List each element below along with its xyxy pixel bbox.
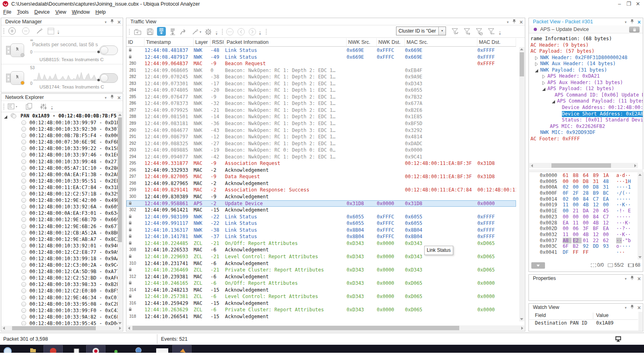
hex-row[interactable]: 0x001E0021DA2045·!· E	[530, 208, 643, 214]
packet-row-318[interactable]: 31812:44:10.266541MAC-15Acknowledgement	[126, 313, 516, 320]
restore-button[interactable]: ❐	[626, 1, 632, 7]
decode-line[interactable]: APS MIC: 0x22626FB2	[530, 123, 643, 130]
clear-icon[interactable]	[191, 27, 200, 36]
network-node[interactable]: 00:12:4B:00:12:C2:52:BD - 0xAF68 -	[1, 275, 118, 281]
packet-row-291[interactable]: 29112:44:09.086797NWK-12Beacon: NwkOpen:…	[126, 134, 516, 140]
network-pan-root[interactable]: PAN 0x1A89 - 00:12:4B:00:0B:7B:F5:F4	[1, 113, 118, 119]
taskbar-app-6[interactable]	[156, 348, 168, 353]
packet-row-284[interactable]: 28412:44:09.074805NWK-20Beacon: NwkOpen:…	[126, 87, 516, 94]
packet-row-294[interactable]: 29412:44:09.094077NWK-42Beacon: NwkOpen:…	[126, 154, 516, 160]
filter-settings-icon[interactable]	[39, 102, 48, 111]
network-node[interactable]: 00:12:4B:00:12:C3:00:2A - 0x9C41 -	[1, 262, 118, 268]
column-header-mac-src-[interactable]: MAC Src.	[405, 38, 477, 46]
menu-help[interactable]: Help	[95, 9, 106, 15]
pin-icon[interactable]	[110, 95, 114, 101]
network-node[interactable]: 00:12:4B:00:10:33:99:18 - 0x9AAD -	[1, 255, 118, 262]
packet-row-298[interactable]: 29812:44:09.827965MAC-2Acknowledgement	[126, 180, 516, 187]
comment-next-icon[interactable]	[248, 27, 257, 36]
close-window-button[interactable]: ✕	[635, 1, 641, 7]
decode-line[interactable]: Status: [0x01] Standard Devi	[530, 117, 643, 123]
packet-row-289[interactable]: 28912:44:09.083181NWK-36Beacon: NwkOpen:…	[126, 120, 516, 127]
network-node[interactable]: 00:12:4B:00:10:33:98:33 - 0xB2E6	[1, 281, 118, 288]
network-node[interactable]: 00:12:4B:00:10:33:95:08 - 0xC2E0	[1, 301, 118, 307]
comment-prev-icon[interactable]	[237, 27, 246, 36]
network-node[interactable]: 00:12:4B:00:10:33:99:F0 - 0xC421 -	[1, 307, 118, 314]
packet-row-287[interactable]: 28712:44:09.079925NWK-21Beacon: NwkOpen:…	[126, 107, 516, 114]
decode-line[interactable]: Device Short Address: 0xE2A8	[530, 111, 643, 117]
panel-menu-icon[interactable]: ▾	[507, 20, 509, 25]
autoscroll-icon[interactable]	[157, 27, 166, 36]
decode-line[interactable]: NWK Header: 0x2F0F31D800000248	[530, 55, 643, 61]
packet-row-311[interactable]: 31112:44:10.236469ZCL-21Private Cluster:…	[126, 267, 516, 274]
network-node[interactable]: 00:12:4B:00:0B:7B:F5:F4 - 0x0000 -	[1, 132, 118, 139]
pin-icon[interactable]	[630, 304, 634, 311]
network-node[interactable]: 00:12:4B:00:11:EA:C7:84 - 0x31D8 -	[1, 184, 118, 191]
menu-file[interactable]: File	[3, 9, 11, 15]
packet-row-283[interactable]: 28312:44:09.073301NWK-17Beacon: NwkOpen:…	[126, 80, 516, 87]
packet-row-285[interactable]: 28512:44:09.076477NWK-9Beacon: NwkOpen: …	[126, 94, 516, 101]
taskbar-app-5[interactable]	[135, 347, 142, 353]
network-node[interactable]: 00:12:4B:00:0A:EA:F1:3B - 0x2AF4 -	[1, 171, 118, 178]
hex-row[interactable]: 0x001911004B1200··K··	[530, 202, 643, 208]
network-node[interactable]: 00:12:4B:00:10:33:95:51 - 0x2EE6 -	[1, 178, 118, 184]
network-node[interactable]: 00:12:4B:00:05:A7:1C:10 - 0x2863 -	[1, 165, 118, 171]
packet-row-295[interactable]: 29512:44:09.331877MAC-9Association Reque…	[126, 160, 516, 167]
pin-icon[interactable]	[512, 19, 516, 25]
filter-apply-icon[interactable]	[451, 27, 460, 36]
packet-row-281[interactable]: 28112:44:09.068605NWK0Beacon: NwkOpen: R…	[126, 67, 516, 74]
clear-dropdown-icon[interactable]: ▾	[200, 30, 201, 33]
minimize-button[interactable]: –	[617, 1, 622, 7]
network-node[interactable]: 00:12:4B:00:10:33:95:45 - 0xD042	[1, 320, 118, 325]
hex-row[interactable]: 0x003211004B1200··K··	[530, 232, 643, 238]
network-node[interactable]: 00:12:4B:00:07:30:6E:9E - 0xF6B3 -	[1, 139, 118, 145]
hex-vscrollbar[interactable]	[638, 173, 642, 259]
comment-icon[interactable]	[225, 27, 234, 36]
network-vscrollbar[interactable]	[118, 113, 122, 325]
close-icon[interactable]: ×	[638, 276, 641, 282]
hex-options-button[interactable]	[531, 262, 545, 269]
traffic-hscrollbar[interactable]	[127, 325, 524, 331]
filter-add-icon[interactable]	[463, 27, 472, 36]
menu-device[interactable]: Device	[34, 9, 50, 15]
network-hscrollbar[interactable]	[2, 326, 122, 331]
network-node[interactable]: 00:12:4B:00:10:33:9A:82 - 0xC6FD -	[1, 314, 118, 320]
hex-row[interactable]: 0x0014020084C7EA·····	[530, 196, 643, 202]
pin-icon[interactable]	[630, 19, 634, 25]
hex-row[interactable]: 0x002D00063FBFEA··?··	[530, 226, 643, 232]
hex-row[interactable]: 0x00050000D83148···1H	[530, 179, 643, 185]
packet-row-302[interactable]: 30212:44:09.961421MAC-15Acknowledgement	[126, 207, 516, 214]
network-node[interactable]: 00:12:4B:00:10:33:92:01 - 0x9406 -	[1, 243, 118, 249]
panel-menu-icon[interactable]: ▾	[625, 276, 627, 282]
decode-line[interactable]: NWK Payload: (31 bytes)	[530, 67, 643, 74]
decode-line[interactable]: NWK MIC: 0x92DD93DF	[530, 130, 643, 136]
decode-line[interactable]: APS Payload: (12 bytes)	[530, 86, 643, 92]
hex-row[interactable]: 0x002300000084C7·····	[530, 214, 643, 220]
packet-row-315[interactable]: 31512:44:10.257381ZCL-6Level Control: Re…	[126, 293, 516, 300]
hex-row[interactable]: 0x0037A8E2012262···"b	[530, 238, 643, 244]
close-icon[interactable]: ×	[118, 20, 121, 25]
network-node[interactable]: 00:12:4B:00:12:9E:6B:26 - 0x677A -	[1, 223, 118, 230]
hex-row[interactable]: 0x000F0F2F28B9BC·/(··	[530, 190, 643, 196]
add-device-icon[interactable]	[8, 27, 17, 35]
filter-remove-icon[interactable]	[487, 27, 496, 36]
taskbar-app-1[interactable]	[43, 345, 63, 353]
network-node[interactable]: 00:12:4B:00:10:33:92:6A - 0x6055	[1, 204, 118, 210]
watch-columns[interactable]: Field Value	[529, 312, 638, 320]
network-node[interactable]: 00:12:4B:00:12:C2:E0:80 - 0xBF5D -	[1, 288, 118, 294]
column-header-nwk-dst-[interactable]: NWK Dst.	[377, 38, 405, 46]
traffic-vscrollbar[interactable]	[519, 47, 524, 321]
packet-row-280[interactable]: 28012:44:09.064837MAC-9Beacon Request0xF…	[126, 60, 516, 67]
packet-row-303[interactable]: 30312:44:09.983109NWK-22Link Status0x605…	[126, 214, 516, 220]
decode-line[interactable]: APS Command ID: [0x06] Update D	[530, 92, 643, 99]
network-node[interactable]: 00:12:4B:00:12:CA:5D:9B - 0xA77F -	[1, 268, 118, 275]
watch-vscrollbar[interactable]	[638, 312, 642, 331]
menu-view[interactable]: View	[56, 9, 66, 15]
chevron-down-icon[interactable]: ▾	[438, 27, 446, 35]
panel-menu-icon[interactable]: ▾	[105, 95, 107, 101]
close-icon[interactable]: ×	[638, 20, 641, 25]
share-icon[interactable]	[180, 27, 188, 36]
packet-row-293[interactable]: 29312:44:09.089885NWK-19Beacon: NwkOpen:…	[126, 147, 516, 154]
network-node[interactable]: 00:12:4B:00:10:33:99:97 - 0xD1BD	[1, 119, 118, 126]
packet-row-304[interactable]: 30412:44:09.991117NWK-22Link Status0x605…	[126, 220, 516, 227]
windows-taskbar[interactable]	[0, 345, 644, 353]
